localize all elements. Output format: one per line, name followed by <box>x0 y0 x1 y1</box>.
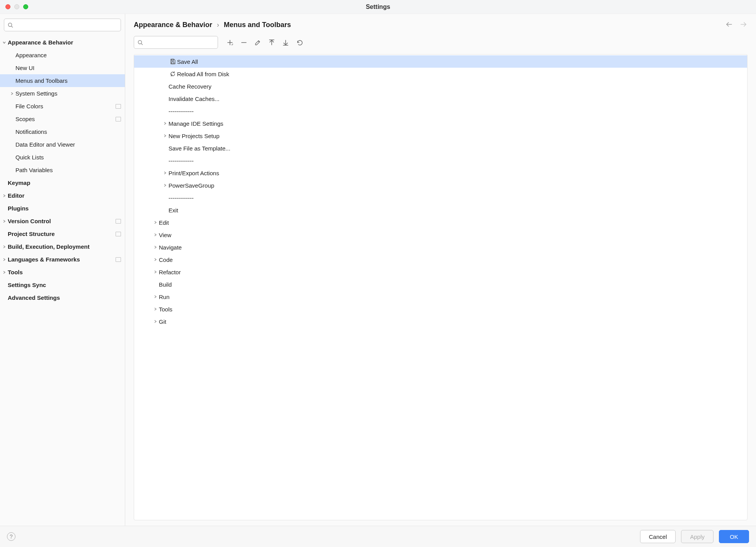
nav-item-label: Version Control <box>8 218 116 224</box>
nav-item[interactable]: Appearance <box>0 49 125 62</box>
nav-item[interactable]: Editor <box>0 189 125 202</box>
tree-row[interactable]: Edit <box>134 216 747 229</box>
chevron-icon <box>1 219 8 223</box>
tree-row-label: Exit <box>169 207 178 214</box>
nav-item[interactable]: System Settings <box>0 87 125 100</box>
tree-row-label: Navigate <box>159 244 182 251</box>
revert-button[interactable] <box>295 38 304 47</box>
tree-row[interactable]: ------------- <box>134 191 747 204</box>
nav-item-label: Scopes <box>15 116 116 122</box>
nav-item[interactable]: Menus and Toolbars <box>0 74 125 87</box>
settings-nav-tree[interactable]: Appearance & BehaviorAppearanceNew UIMen… <box>0 34 125 526</box>
tree-row-label: Git <box>159 318 166 325</box>
undo-icon <box>296 39 303 46</box>
footer: ? Cancel Apply OK <box>0 526 756 547</box>
tree-row[interactable]: Invalidate Caches... <box>134 92 747 105</box>
sidebar: Appearance & BehaviorAppearanceNew UIMen… <box>0 14 125 526</box>
tree-row[interactable]: New Projects Setup <box>134 130 747 142</box>
tree-row[interactable]: Run <box>134 291 747 303</box>
tree-separator: ------------- <box>169 108 194 115</box>
nav-item[interactable]: Appearance & Behavior <box>0 36 125 49</box>
tree-row-label: Save File as Template... <box>169 145 230 152</box>
tree-row[interactable]: Save All <box>134 55 747 68</box>
project-scope-icon <box>116 257 121 262</box>
window-controls <box>0 4 28 9</box>
add-button[interactable] <box>226 38 234 47</box>
breadcrumb-section: Appearance & Behavior <box>134 21 212 29</box>
nav-item-label: Appearance <box>15 52 121 58</box>
tree-row[interactable]: Build <box>134 278 747 291</box>
nav-item[interactable]: Tools <box>0 266 125 279</box>
window-zoom-button[interactable] <box>23 4 28 9</box>
chevron-icon <box>1 194 8 198</box>
nav-item[interactable]: Advanced Settings <box>0 291 125 304</box>
move-down-button[interactable] <box>281 38 290 47</box>
tree-row[interactable]: ------------- <box>134 154 747 167</box>
nav-back-button[interactable] <box>725 21 733 29</box>
nav-forward-button[interactable] <box>740 21 747 29</box>
nav-item[interactable]: File Colors <box>0 100 125 113</box>
arrow-up-icon <box>268 39 275 46</box>
tree-row[interactable]: ------------- <box>134 105 747 117</box>
arrow-down-icon <box>282 39 289 46</box>
chevron-icon <box>1 258 8 262</box>
tree-row[interactable]: View <box>134 229 747 241</box>
move-up-button[interactable] <box>267 38 276 47</box>
nav-item-label: Project Structure <box>8 231 116 237</box>
tree-row[interactable]: Reload All from Disk <box>134 68 747 80</box>
nav-item[interactable]: Notifications <box>0 125 125 138</box>
nav-item[interactable]: Scopes <box>0 113 125 125</box>
titlebar: Settings <box>0 0 756 14</box>
nav-item[interactable]: Quick Lists <box>0 151 125 164</box>
nav-item[interactable]: Data Editor and Viewer <box>0 138 125 151</box>
nav-item[interactable]: Version Control <box>0 215 125 227</box>
tree-search-input[interactable] <box>145 39 218 46</box>
tree-row[interactable]: Manage IDE Settings <box>134 117 747 130</box>
chevron-icon <box>162 121 169 125</box>
ok-button[interactable]: OK <box>719 530 749 543</box>
help-button[interactable]: ? <box>7 532 15 541</box>
remove-button[interactable] <box>240 38 248 47</box>
edit-button[interactable] <box>254 38 262 47</box>
nav-item-label: Languages & Frameworks <box>8 256 116 263</box>
window-close-button[interactable] <box>5 4 10 9</box>
tree-row[interactable]: Exit <box>134 204 747 216</box>
tree-row[interactable]: Tools <box>134 303 747 315</box>
chevron-icon <box>152 320 159 323</box>
nav-item[interactable]: Project Structure <box>0 227 125 240</box>
chevron-icon <box>162 134 169 138</box>
tree-row[interactable]: Save File as Template... <box>134 142 747 154</box>
svg-point-4 <box>138 40 142 44</box>
nav-item-label: Settings Sync <box>8 282 121 288</box>
svg-point-0 <box>9 23 12 26</box>
nav-item[interactable]: New UI <box>0 62 125 74</box>
tree-row-label: Print/Export Actions <box>169 170 219 176</box>
tree-row[interactable]: Git <box>134 315 747 328</box>
tree-search[interactable] <box>134 36 218 49</box>
tree-row-label: Reload All from Disk <box>177 71 229 77</box>
nav-item[interactable]: Settings Sync <box>0 279 125 291</box>
tree-row[interactable]: Cache Recovery <box>134 80 747 92</box>
settings-search[interactable] <box>4 19 121 31</box>
nav-item-label: Path Variables <box>15 167 121 173</box>
settings-search-input[interactable] <box>15 22 117 28</box>
tree-separator: ------------- <box>169 157 194 164</box>
plus-icon <box>226 39 233 46</box>
tree-row[interactable]: Navigate <box>134 241 747 253</box>
tree-row[interactable]: Refactor <box>134 266 747 278</box>
tree-separator: ------------- <box>169 195 194 201</box>
window-minimize-button[interactable] <box>14 4 19 9</box>
project-scope-icon <box>116 117 121 121</box>
cancel-button[interactable]: Cancel <box>640 530 676 543</box>
nav-item[interactable]: Languages & Frameworks <box>0 253 125 266</box>
tree-row[interactable]: PowerSaveGroup <box>134 179 747 191</box>
menu-tree[interactable]: Save AllReload All from DiskCache Recove… <box>134 54 747 520</box>
nav-item[interactable]: Build, Execution, Deployment <box>0 240 125 253</box>
nav-item[interactable]: Keymap <box>0 176 125 189</box>
tree-row[interactable]: Print/Export Actions <box>134 167 747 179</box>
apply-button[interactable]: Apply <box>681 530 713 543</box>
tree-row[interactable]: Code <box>134 253 747 266</box>
nav-item[interactable]: Plugins <box>0 202 125 215</box>
tree-row-label: New Projects Setup <box>169 133 220 139</box>
nav-item[interactable]: Path Variables <box>0 164 125 176</box>
